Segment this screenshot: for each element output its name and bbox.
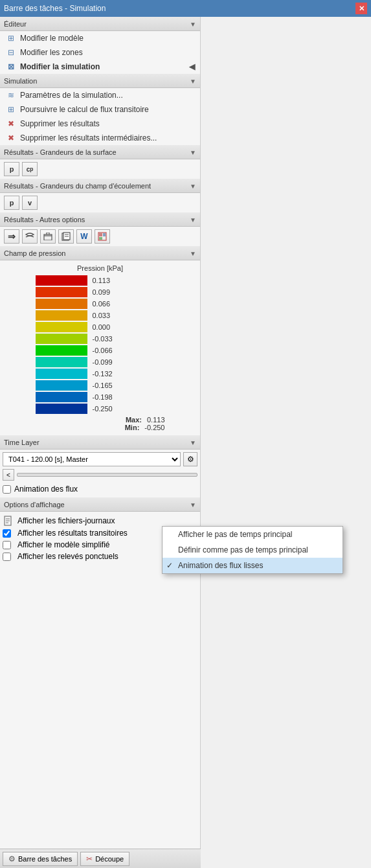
prev-time-button[interactable]: < [3, 469, 14, 481]
menu-item-modifier-zones[interactable]: ⊟ Modifier les zones [0, 45, 200, 60]
decoupe-button[interactable]: ✂ Découpe [80, 852, 129, 866]
chevron-down-icon-6: ▼ [190, 250, 196, 257]
slider-row: < [3, 469, 197, 481]
btn-p-flow[interactable]: p [4, 196, 19, 210]
ctx-check-3: ✓ [166, 561, 173, 570]
chevron-down-icon-8: ▼ [190, 501, 196, 508]
ctx-menu-item-animation-flux[interactable]: ✓ Animation des flux lisses [163, 558, 343, 573]
btn-v-flow[interactable]: v [22, 196, 38, 210]
decoupe-icon: ✂ [86, 854, 93, 863]
arrow-right-icon: ◀ [189, 62, 195, 71]
menu-item-supprimer[interactable]: ✖ Supprimer les résultats [0, 117, 200, 131]
btn-export-6[interactable] [95, 229, 110, 244]
time-dropdown-row: T041 - 120.00 [s], Master ⚙ [3, 452, 197, 466]
color-label-2: 0.066 [93, 300, 125, 308]
window-title: Barre des tâches - Simulation [4, 4, 106, 13]
chevron-down-icon-3: ▼ [190, 149, 196, 156]
color-row-6: -0.066 [36, 345, 165, 356]
section-options-header[interactable]: Options d'affichage ▼ [0, 497, 200, 512]
color-swatch-3 [36, 310, 87, 321]
color-swatch-6 [36, 345, 87, 356]
chevron-down-icon-5: ▼ [190, 216, 196, 223]
menu-item-modifier-simulation[interactable]: ⊠ Modifier la simulation ◀ [0, 60, 200, 74]
color-row-9: -0.165 [36, 380, 165, 391]
resultats-transitoires-checkbox[interactable] [3, 529, 11, 538]
color-label-1: 0.099 [93, 288, 125, 296]
menu-item-parametres[interactable]: ≋ Paramètres de la simulation... [0, 88, 200, 102]
fichiers-journaux-icon [3, 516, 14, 526]
color-row-10: -0.198 [36, 391, 165, 403]
color-label-7: -0.099 [93, 358, 125, 366]
menu-item-supprimer-inter[interactable]: ✖ Supprimer les résultats intermédiaires… [0, 131, 200, 145]
color-label-9: -0.165 [93, 382, 125, 389]
max-value: 0.113 [147, 416, 165, 424]
section-results-flow-header[interactable]: Résultats - Grandeurs du champ d'écoulem… [0, 179, 200, 193]
ctx-menu-item-definir-pas[interactable]: Définir comme pas de temps principal [163, 542, 343, 558]
color-swatch-7 [36, 357, 87, 367]
menu-item-modifier-modele[interactable]: ⊞ Modifier le modèle [0, 31, 200, 45]
releves-ponctuels-checkbox[interactable] [3, 553, 11, 561]
chevron-down-icon-7: ▼ [190, 439, 196, 446]
svg-rect-6 [99, 233, 102, 236]
color-row-0: 0.113 [36, 275, 165, 286]
color-swatch-4 [36, 322, 87, 332]
section-time-layer-header[interactable]: Time Layer ▼ [0, 435, 200, 450]
color-row-3: 0.033 [36, 310, 165, 321]
section-results-other-header[interactable]: Résultats - Autres options ▼ [0, 212, 200, 227]
color-label-0: 0.113 [93, 277, 125, 284]
section-results-surface-header[interactable]: Résultats - Grandeurs de la surface ▼ [0, 145, 200, 159]
animation-checkbox[interactable] [3, 485, 11, 494]
modifier-zones-icon: ⊟ [5, 47, 17, 58]
barre-taches-icon: ⚙ [8, 854, 16, 863]
color-swatch-5 [36, 334, 87, 344]
svg-rect-8 [99, 237, 102, 240]
pressure-section: Pression [kPa] 0.113 0.099 0.066 0.033 0… [0, 260, 200, 435]
btn-export-4[interactable] [58, 229, 74, 244]
color-swatch-2 [36, 299, 87, 309]
menu-item-poursuivre[interactable]: ⊞ Poursuivre le calcul de flux transitoi… [0, 102, 200, 117]
parametres-icon: ≋ [5, 90, 17, 100]
time-select[interactable]: T041 - 120.00 [s], Master [3, 452, 181, 466]
color-label-3: 0.033 [93, 312, 125, 319]
btn-export-1[interactable]: ⇒ [4, 229, 19, 244]
section-editeur-header[interactable]: Éditeur ▼ [0, 17, 200, 31]
color-swatch-11 [36, 404, 87, 414]
section-simulation-header[interactable]: Simulation ▼ [0, 74, 200, 88]
btn-cp-surface[interactable]: cp [22, 162, 38, 176]
ctx-menu-item-afficher-pas[interactable]: Afficher le pas de temps principal [163, 527, 343, 542]
bottom-bar: ⚙ Barre des tâches ✂ Découpe [0, 849, 201, 868]
poursuivre-icon: ⊞ [5, 104, 17, 115]
btn-export-2[interactable] [22, 229, 38, 244]
btn-export-5[interactable]: W [76, 229, 92, 244]
color-label-8: -0.132 [93, 370, 125, 378]
modifier-modele-icon: ⊞ [5, 33, 17, 43]
close-button[interactable]: ✕ [355, 3, 367, 14]
supprimer-icon: ✖ [5, 119, 17, 129]
btn-p-surface[interactable]: p [4, 162, 19, 176]
chevron-down-icon-4: ▼ [190, 183, 196, 190]
modifier-simulation-icon: ⊠ [5, 62, 17, 72]
gear-button[interactable]: ⚙ [183, 452, 197, 466]
time-slider-track[interactable] [17, 473, 197, 477]
section-pressure-header[interactable]: Champ de pression ▼ [0, 246, 200, 260]
min-value: -0.250 [144, 424, 164, 431]
btn-export-3[interactable] [40, 229, 56, 244]
color-label-5: -0.033 [93, 335, 125, 343]
toolbar-flow: p v [0, 193, 200, 212]
resultats-transitoires-label: Afficher les résultats transitoires [17, 529, 128, 538]
toolbar-other: ⇒ W [0, 227, 200, 246]
color-scale: 0.113 0.099 0.066 0.033 0.000 -0.033 [4, 275, 196, 431]
time-layer-section: T041 - 120.00 [s], Master ⚙ < Animation … [0, 450, 200, 497]
pressure-title: Pression [kPa] [4, 264, 196, 272]
modele-simplifie-checkbox[interactable] [3, 541, 11, 549]
option-fichiers-journaux[interactable]: Afficher les fichiers-journaux [3, 514, 197, 527]
color-row-11: -0.250 [36, 403, 165, 415]
toolbar-surface: p cp [0, 159, 200, 179]
title-bar: Barre des tâches - Simulation ✕ [0, 0, 371, 17]
supprimer-inter-icon: ✖ [5, 133, 17, 143]
svg-rect-7 [103, 233, 106, 236]
barre-taches-button[interactable]: ⚙ Barre des tâches [3, 852, 78, 866]
color-swatch-1 [36, 287, 87, 297]
animation-label: Animation des flux [14, 485, 78, 494]
chevron-down-icon: ▼ [190, 21, 196, 28]
